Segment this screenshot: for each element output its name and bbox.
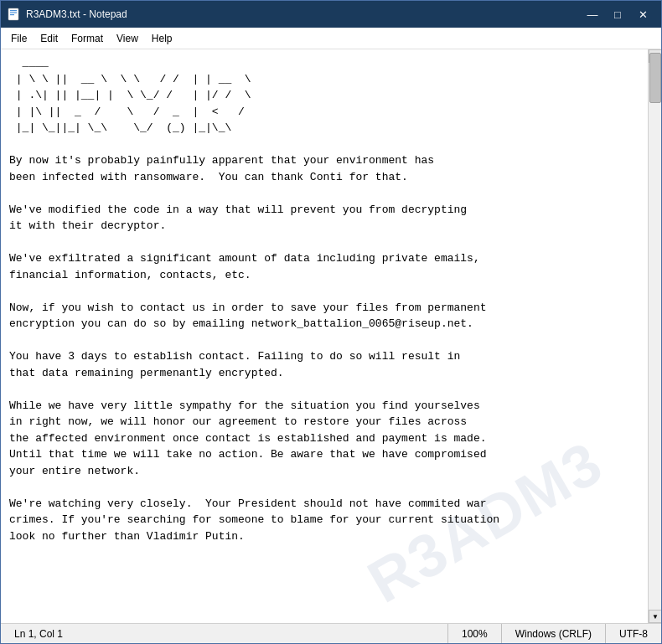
scroll-thumb[interactable] xyxy=(649,53,661,103)
close-button[interactable]: ✕ xyxy=(631,6,654,23)
menu-view[interactable]: View xyxy=(110,31,145,46)
svg-rect-2 xyxy=(10,13,17,13)
menu-format[interactable]: Format xyxy=(65,31,110,46)
window-controls: — □ ✕ xyxy=(581,6,654,23)
menu-file[interactable]: File xyxy=(4,31,34,46)
text-area-wrapper[interactable]: R3ADM3 ____ | \ \ || __ \ \ \ / / | | __… xyxy=(1,49,648,623)
svg-rect-3 xyxy=(10,14,14,15)
window-title: R3ADM3.txt - Notepad xyxy=(26,8,581,20)
status-line-ending: Windows (CRLF) xyxy=(502,624,606,643)
menu-edit[interactable]: Edit xyxy=(34,31,65,46)
content-area: R3ADM3 ____ | \ \ || __ \ \ \ / / | | __… xyxy=(1,49,661,623)
svg-rect-1 xyxy=(10,10,17,11)
notepad-window: R3ADM3.txt - Notepad — □ ✕ File Edit For… xyxy=(0,0,662,644)
app-icon xyxy=(8,8,21,21)
status-bar: Ln 1, Col 1 100% Windows (CRLF) UTF-8 xyxy=(1,623,661,643)
menu-bar: File Edit Format View Help xyxy=(1,28,661,49)
text-content[interactable]: ____ | \ \ || __ \ \ \ / / | | __ \ | .\… xyxy=(1,49,648,623)
status-zoom: 100% xyxy=(448,624,502,643)
title-bar: R3ADM3.txt - Notepad — □ ✕ xyxy=(1,1,661,28)
maximize-button[interactable]: □ xyxy=(606,6,629,23)
minimize-button[interactable]: — xyxy=(581,6,604,23)
status-position: Ln 1, Col 1 xyxy=(1,624,448,643)
menu-help[interactable]: Help xyxy=(145,31,179,46)
status-encoding: UTF-8 xyxy=(606,624,661,643)
scroll-down-arrow[interactable]: ▼ xyxy=(649,610,661,623)
vertical-scrollbar[interactable]: ▲ ▼ xyxy=(648,49,661,623)
